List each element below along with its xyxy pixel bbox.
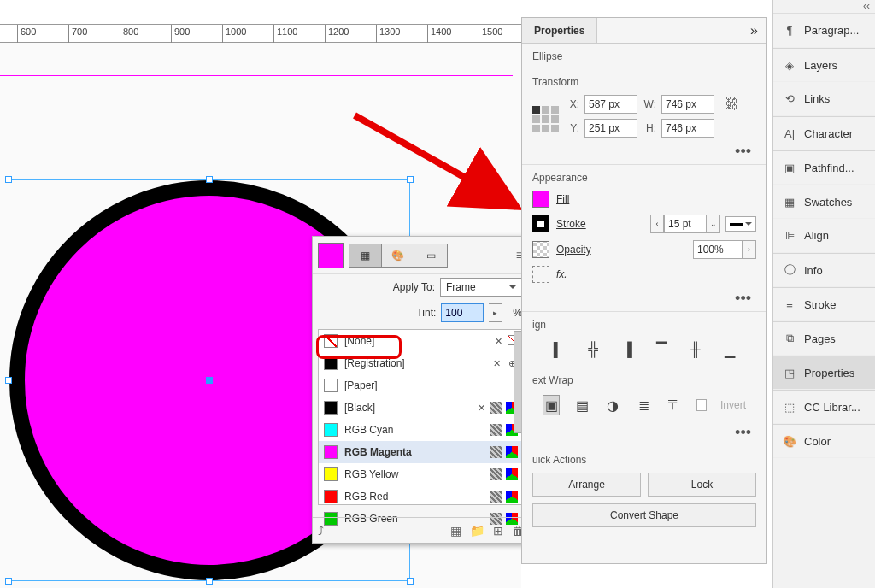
dock-item-swatches[interactable]: ▦Swatches bbox=[773, 185, 875, 219]
y-input[interactable]: 251 px bbox=[584, 119, 637, 138]
properties-tab[interactable]: Properties bbox=[522, 18, 597, 43]
resize-handle-br[interactable] bbox=[407, 578, 414, 585]
more-options-icon[interactable]: ••• bbox=[532, 143, 756, 161]
convert-shape-button[interactable]: Convert Shape bbox=[532, 503, 756, 527]
ruler-tick-label: 1000 bbox=[226, 26, 246, 37]
swatch-label: [Paper] bbox=[344, 379, 378, 391]
dock-item-pathfinder[interactable]: ▣Pathfind... bbox=[773, 150, 875, 185]
textwrap-section-partial: ext Wrap ▣ ▤ ◑ ≣ 〒 Invert ••• bbox=[522, 368, 766, 445]
align-bottom-icon[interactable]: ▁ bbox=[719, 339, 740, 360]
more-options-icon[interactable]: ••• bbox=[532, 424, 756, 442]
stroke-weight-input[interactable]: 15 pt bbox=[664, 215, 707, 233]
tint-input[interactable]: 100 bbox=[441, 303, 484, 322]
wrap-bounding-icon[interactable]: ▤ bbox=[573, 395, 590, 415]
dock-item-paragraph[interactable]: ¶Paragrap... bbox=[773, 14, 875, 48]
swatch-item-none[interactable]: [None] ✕ bbox=[319, 330, 523, 352]
dock-collapse-icon[interactable]: ‹‹ bbox=[773, 0, 875, 14]
x-input[interactable]: 587 px bbox=[584, 95, 637, 114]
swatch-item-black[interactable]: [Black] ✕ bbox=[319, 397, 523, 419]
dock-item-color[interactable]: 🎨Color bbox=[773, 424, 875, 458]
opacity-label[interactable]: Opacity bbox=[556, 244, 591, 256]
align-top-icon[interactable]: ▔ bbox=[651, 339, 672, 360]
ruler-tick-label: 1200 bbox=[328, 26, 349, 37]
align-hcenter-icon[interactable]: ╬ bbox=[583, 339, 603, 360]
align-vcenter-icon[interactable]: ╫ bbox=[685, 339, 706, 360]
resize-handle-bm[interactable] bbox=[206, 578, 213, 585]
appearance-section: Appearance Fill Stroke ‹ 15 pt ⌄ Opacity… bbox=[522, 165, 766, 312]
resize-handle-bl[interactable] bbox=[5, 578, 12, 585]
more-options-icon[interactable]: ••• bbox=[532, 290, 756, 308]
current-fill-swatch[interactable] bbox=[318, 243, 344, 268]
apply-to-select[interactable]: Frame bbox=[440, 278, 522, 297]
wrap-none-icon[interactable]: ▣ bbox=[543, 395, 560, 415]
opacity-well-icon bbox=[532, 241, 549, 258]
new-swatch-icon[interactable]: ⊞ bbox=[493, 524, 503, 538]
process-icon bbox=[490, 424, 502, 436]
h-input[interactable]: 746 px bbox=[661, 119, 714, 138]
lock-button[interactable]: Lock bbox=[648, 473, 756, 497]
w-input[interactable]: 746 px bbox=[661, 95, 714, 114]
gradient-tab[interactable]: ▭ bbox=[414, 244, 447, 267]
stroke-dropdown[interactable]: ⌄ bbox=[707, 215, 720, 233]
opacity-input[interactable]: 100% bbox=[693, 240, 743, 259]
wrap-object-icon[interactable]: ≣ bbox=[635, 395, 652, 415]
swatch-item-magenta[interactable]: RGB Magenta bbox=[319, 441, 523, 463]
dock-label: Swatches bbox=[804, 196, 852, 209]
stroke-weight-value: 15 pt bbox=[668, 218, 691, 230]
fx-label[interactable]: fx. bbox=[556, 268, 567, 280]
dock-item-layers[interactable]: ◈Layers bbox=[773, 48, 875, 82]
process-icon bbox=[490, 402, 502, 414]
invert-label: Invert bbox=[720, 399, 746, 411]
fill-label[interactable]: Fill bbox=[556, 193, 569, 205]
resize-handle-tl[interactable] bbox=[5, 176, 12, 183]
w-label: W: bbox=[643, 98, 656, 110]
stroke-decrement[interactable]: ‹ bbox=[650, 215, 664, 233]
align-right-icon[interactable]: ▐ bbox=[617, 339, 637, 360]
center-point-handle[interactable] bbox=[206, 377, 213, 384]
stroke-label[interactable]: Stroke bbox=[556, 218, 586, 230]
swatch-item-paper[interactable]: [Paper] bbox=[319, 374, 523, 397]
align-left-icon[interactable]: ▍ bbox=[549, 339, 569, 360]
swatch-item-red[interactable]: RGB Red bbox=[319, 485, 523, 508]
tint-stepper[interactable]: ▸ bbox=[489, 303, 502, 322]
dock-item-pages[interactable]: ⧉Pages bbox=[773, 321, 875, 356]
arrange-button[interactable]: Arrange bbox=[532, 473, 641, 497]
quick-actions-title-fragment: uick Actions bbox=[532, 454, 756, 466]
swatch-item-yellow[interactable]: RGB Yellow bbox=[319, 463, 523, 485]
swatch-color-icon bbox=[324, 379, 338, 392]
apply-to-value: Frame bbox=[446, 281, 476, 293]
dock-item-properties[interactable]: ◳Properties bbox=[773, 356, 875, 390]
resize-handle-tr[interactable] bbox=[407, 176, 414, 183]
stroke-icon: ≡ bbox=[782, 297, 797, 312]
new-group-icon[interactable]: 📁 bbox=[470, 524, 484, 538]
dock-label: Align bbox=[804, 229, 829, 242]
stroke-style-select[interactable] bbox=[725, 216, 756, 232]
swatch-color-icon bbox=[324, 490, 338, 503]
dock-item-align[interactable]: ⊫Align bbox=[773, 219, 875, 253]
constrain-proportions-icon[interactable]: ⛓̸ bbox=[725, 97, 738, 112]
invert-checkbox[interactable] bbox=[696, 399, 707, 411]
reference-point-grid[interactable] bbox=[532, 106, 559, 132]
swatch-item-registration[interactable]: [Registration] ✕⊕ bbox=[319, 352, 523, 374]
dock-item-info[interactable]: ⓘInfo bbox=[773, 253, 875, 287]
wrap-shape-icon[interactable]: ◑ bbox=[604, 395, 621, 415]
wrap-column-icon[interactable]: 〒 bbox=[666, 395, 683, 415]
swatches-icon: ▦ bbox=[782, 194, 797, 209]
fill-color-well[interactable] bbox=[532, 191, 549, 208]
stroke-color-well[interactable] bbox=[532, 215, 549, 232]
resize-handle-ml[interactable] bbox=[5, 377, 12, 384]
dock-item-links[interactable]: ⟲Links bbox=[773, 82, 875, 116]
opacity-dropdown[interactable]: › bbox=[743, 240, 756, 259]
dock-item-character[interactable]: A|Character bbox=[773, 116, 875, 150]
add-to-cc-icon[interactable]: ⤴ bbox=[318, 524, 324, 538]
swatch-item-cyan[interactable]: RGB Cyan bbox=[319, 419, 523, 441]
panel-collapse-icon[interactable]: » bbox=[742, 23, 766, 38]
align-title-fragment: ign bbox=[532, 319, 756, 331]
dock-item-stroke[interactable]: ≡Stroke bbox=[773, 287, 875, 321]
swatch-label: RGB Cyan bbox=[344, 424, 393, 436]
swatches-tab[interactable]: ▦ bbox=[349, 244, 382, 267]
swatch-view-icon[interactable]: ▦ bbox=[450, 524, 461, 538]
resize-handle-tm[interactable] bbox=[206, 176, 213, 183]
dock-item-cc-libraries[interactable]: ⬚CC Librar... bbox=[773, 390, 875, 424]
color-tab[interactable]: 🎨 bbox=[382, 244, 414, 267]
